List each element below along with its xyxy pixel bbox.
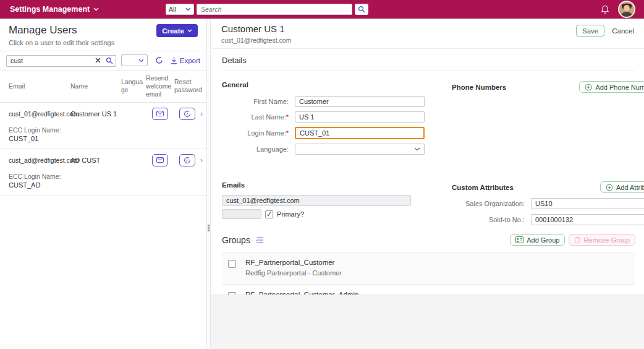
column-header-name: Name (70, 82, 121, 90)
user-name: Customer US 1 (70, 110, 121, 118)
panel-splitter[interactable] (206, 19, 211, 349)
plus-circle-icon (585, 84, 592, 91)
user-row[interactable]: cust_01@redfigtest.com Customer US 1 › E… (0, 103, 206, 149)
detail-body: Details General First Name: Last Name:* (211, 49, 644, 295)
column-header-email: Email (9, 82, 70, 90)
user-filter-select[interactable] (121, 54, 148, 66)
add-group-button[interactable]: Add Group (510, 234, 565, 246)
chevron-down-icon (185, 7, 191, 11)
first-name-label: First Name: (222, 98, 295, 105)
language-label: Language: (222, 145, 295, 153)
last-name-field[interactable] (295, 111, 425, 123)
detail-title: Customer US 1 (221, 24, 291, 34)
user-email: cust_ad@redfigtest.com (9, 157, 70, 164)
detail-left-column: General First Name: Last Name:* Login Na… (222, 81, 425, 225)
general-heading: General (222, 81, 425, 88)
page-background (211, 295, 644, 349)
create-user-button[interactable]: Create (156, 24, 198, 37)
login-name-field[interactable] (295, 127, 425, 139)
export-button[interactable]: Export (171, 57, 200, 64)
save-button[interactable]: Save (576, 25, 604, 37)
login-name-label: Login Name:* (222, 129, 295, 137)
sold-to-label: Sold-to No.: (452, 216, 531, 223)
users-toolbar: Export (0, 51, 206, 71)
user-name: AD CUST (70, 157, 121, 164)
group-name: RF_Partnerportal_Customer (245, 259, 342, 266)
email-field[interactable] (222, 195, 411, 206)
main-area: Manage Users Create Click on a user to e… (0, 19, 644, 349)
clear-search-icon[interactable] (95, 58, 101, 63)
search-icon (358, 6, 365, 13)
ecc-login-label: ECC Login Name: (9, 173, 198, 180)
chevron-down-icon (187, 29, 192, 32)
notifications-bell-icon[interactable] (601, 5, 609, 14)
create-button-label: Create (162, 27, 184, 35)
shell-search-button[interactable] (355, 4, 368, 15)
details-section-heading: Details (222, 49, 635, 71)
remove-group-label: Remove Group (583, 236, 630, 244)
app-title-menu[interactable]: Settings Management (10, 5, 99, 14)
reset-password-icon (184, 157, 191, 164)
custom-attributes-heading: Custom Attributes (452, 184, 514, 191)
groups-heading: Groups (222, 235, 250, 245)
user-email: cust_01@redfigtest.com (9, 110, 70, 118)
required-asterisk: * (286, 129, 289, 137)
search-icon[interactable] (106, 57, 113, 64)
sales-organization-field[interactable] (531, 198, 644, 209)
reset-password-button[interactable] (179, 108, 195, 120)
group-row[interactable]: RF_Partnerportal_Customer Redfig Partner… (222, 252, 635, 284)
panel-subtitle: Click on a user to edit their settings (9, 39, 198, 46)
reset-password-button[interactable] (179, 154, 195, 166)
users-table-header: Email Name Language Resend welcome email… (0, 71, 206, 103)
splitter-grip-icon (208, 224, 210, 232)
column-header-reset: Reset password (174, 78, 200, 94)
phone-numbers-block: Phone Numbers Add Phone Number (452, 81, 644, 171)
add-group-label: Add Group (527, 236, 559, 244)
chevron-down-icon (414, 147, 420, 151)
add-attribute-button[interactable]: Add Attribute (600, 181, 644, 193)
trash-icon (574, 236, 580, 244)
general-block: General First Name: Last Name:* Login Na… (222, 81, 425, 171)
reset-password-icon (184, 110, 191, 118)
ecc-login-value: CUST_01 (9, 135, 198, 142)
detail-subtitle: cust_01@redfigtest.com (221, 37, 291, 44)
envelope-icon (156, 157, 164, 163)
refresh-icon (155, 56, 163, 64)
group-badge-icon (515, 236, 523, 243)
resend-welcome-email-button[interactable] (152, 154, 168, 166)
resend-welcome-email-button[interactable] (152, 108, 168, 120)
emails-block: Emails Primary? (222, 181, 425, 219)
filter-checklist-icon[interactable] (256, 236, 264, 244)
cancel-button[interactable]: Cancel (612, 27, 634, 35)
manage-users-panel: Manage Users Create Click on a user to e… (0, 19, 206, 349)
shell-search-group: All (166, 4, 368, 15)
sold-to-field[interactable] (531, 214, 644, 225)
search-scope-value: All (169, 6, 176, 13)
chevron-down-icon (138, 59, 144, 62)
custom-attributes-block: Custom Attributes Add Attribute Sales Or… (452, 181, 644, 225)
chevron-right-icon: › (200, 156, 206, 165)
ecc-login-label: ECC Login Name: (9, 126, 198, 134)
shellbar: Settings Management All (0, 0, 644, 19)
user-row[interactable]: cust_ad@redfigtest.com AD CUST › ECC Log… (0, 149, 206, 196)
plus-circle-icon (606, 184, 613, 191)
first-name-field[interactable] (295, 96, 425, 107)
export-label: Export (180, 57, 200, 64)
download-icon (171, 57, 177, 64)
chevron-right-icon: › (200, 110, 206, 118)
primary-email-checkbox[interactable] (265, 210, 273, 218)
app-title: Settings Management (10, 5, 90, 14)
shell-search-input[interactable] (197, 4, 352, 15)
phone-numbers-heading: Phone Numbers (452, 84, 506, 91)
group-checkbox[interactable] (228, 260, 236, 268)
user-avatar[interactable] (619, 2, 634, 17)
search-scope-select[interactable]: All (166, 4, 194, 15)
groups-list: RF_Partnerportal_Customer Redfig Partner… (222, 252, 635, 295)
refresh-button[interactable] (155, 56, 163, 64)
group-row[interactable]: RF_Partnerportal_Customer_Admin Redfig P… (222, 284, 635, 295)
add-attribute-label: Add Attribute (616, 184, 644, 191)
language-select[interactable] (295, 144, 425, 155)
add-phone-number-button[interactable]: Add Phone Number (579, 81, 644, 93)
email-type-field-disabled (222, 209, 261, 219)
column-header-resend: Resend welcome email (146, 74, 174, 98)
